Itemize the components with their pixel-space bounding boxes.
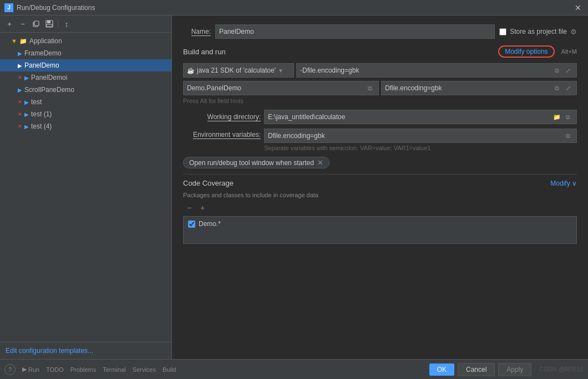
fullscreen-icon[interactable]: ⤢	[563, 83, 573, 93]
sidebar-item-label: PanelDemo	[24, 62, 59, 69]
bottom-actions: OK Cancel Apply	[429, 363, 532, 376]
right-panel: Name: Store as project file ⚙ Build and …	[172, 16, 588, 359]
ok-button[interactable]: OK	[429, 363, 454, 376]
working-dir-input[interactable]: E:\java_untitled\calculatoe 📁 ⧉	[264, 110, 577, 124]
wd-icons: 📁 ⧉	[552, 112, 573, 122]
apply-button[interactable]: Apply	[498, 363, 531, 376]
sdk-select[interactable]: ☕ java 21 SDK of 'calculatoe' ▼	[183, 63, 294, 78]
sidebar-item-framedemo[interactable]: ▶ FrameDemo	[0, 47, 171, 59]
tab-build[interactable]: Build	[163, 366, 176, 373]
sidebar-item-paneldemoi[interactable]: ✕ ▶ PanelDemoi	[0, 71, 171, 84]
app-icon: J	[4, 3, 13, 12]
main-args-value: Dfile.encoding=gbk	[385, 84, 442, 92]
gear-icon[interactable]: ⚙	[570, 28, 577, 36]
sort-button[interactable]: ↕	[60, 18, 73, 30]
sidebar-item-label: test (4)	[31, 122, 52, 130]
main-class-icons: ⧉	[365, 83, 375, 93]
browse-icon[interactable]: ⧉	[365, 83, 375, 93]
main-args-icons: ⧉ ⤢	[552, 83, 573, 93]
add-config-button[interactable]: +	[3, 18, 16, 30]
tab-terminal[interactable]: Terminal	[103, 366, 126, 373]
expand-icon: ▼	[11, 38, 17, 44]
coverage-add-button[interactable]: +	[196, 202, 209, 214]
env-vars-label: Environment variables:	[183, 129, 261, 139]
bottom-tabs: ▶ Run TODO Problems Terminal Services Bu…	[22, 366, 426, 373]
expand-icon[interactable]: ⧉	[552, 65, 562, 75]
name-row: Name: Store as project file ⚙	[183, 24, 577, 39]
main-class-value: Demo.PanelDemo	[187, 84, 241, 92]
svg-rect-1	[34, 21, 39, 25]
save-config-button[interactable]	[43, 18, 55, 30]
expand-icon[interactable]: ⧉	[563, 112, 573, 122]
tag-remove-button[interactable]: ✕	[317, 158, 323, 167]
sidebar-tree: ▼ 📁 Application ▶ FrameDemo ▶ PanelDemo …	[0, 33, 171, 342]
sidebar-item-test[interactable]: ✕ ▶ test	[0, 96, 171, 108]
tab-problems[interactable]: Problems	[70, 366, 96, 373]
title-bar: J Run/Debug Configurations ✕	[0, 0, 588, 16]
services-tab-label: Services	[133, 366, 156, 373]
todo-tab-label: TODO	[46, 366, 64, 373]
coverage-item-checkbox[interactable]	[188, 221, 195, 228]
main-class-row: Demo.PanelDemo ⧉ Dfile.encoding=gbk ⧉ ⤢	[183, 81, 577, 95]
main-args-field[interactable]: Dfile.encoding=gbk ⧉ ⤢	[381, 81, 577, 95]
toolbar-divider	[58, 19, 58, 28]
sdk-args-icons: ⧉ ⤢	[552, 65, 573, 75]
sdk-label: java 21 SDK of 'calculatoe'	[197, 66, 276, 74]
main-class-field[interactable]: Demo.PanelDemo ⧉	[183, 81, 379, 95]
sidebar-item-label: PanelDemoi	[31, 74, 67, 81]
sidebar-item-label: test (1)	[31, 110, 52, 118]
app-icon-selected: ▶	[18, 63, 22, 69]
main-layout: + − ↕ ▼ 📁 App	[0, 16, 588, 359]
sidebar-item-application[interactable]: ▼ 📁 Application	[0, 35, 171, 47]
edit-templates-link[interactable]: Edit configuration templates...	[0, 342, 171, 359]
tag-row: Open run/debug tool window when started …	[183, 157, 577, 168]
app-icon: ▶	[24, 99, 29, 105]
sidebar-item-scrollpanedemo[interactable]: ▶ ScrollPaneDemo	[0, 84, 171, 96]
help-button[interactable]: ?	[4, 364, 16, 375]
env-vars-row: Environment variables: Dfile.encoding=gb…	[183, 129, 577, 151]
title-bar-text: Run/Debug Configurations	[17, 4, 572, 12]
working-dir-label: Working directory:	[183, 113, 261, 121]
sidebar-item-paneldemo[interactable]: ▶ PanelDemo	[0, 59, 171, 71]
env-hint: Separate variables with semicolon: VAR=v…	[264, 145, 577, 151]
sidebar-item-label: FrameDemo	[24, 49, 62, 57]
env-expand-icon[interactable]: ⧉	[563, 131, 573, 141]
coverage-list: Demo.*	[183, 216, 577, 244]
sdk-row: ☕ java 21 SDK of 'calculatoe' ▼ -Dfile.e…	[183, 63, 577, 78]
code-coverage-section: Code Coverage Modify ∨ Packages and clas…	[183, 174, 577, 244]
bottom-bar: ? ▶ Run TODO Problems Terminal Services …	[0, 359, 588, 379]
close-button[interactable]: ✕	[572, 3, 584, 12]
env-vars-input[interactable]: Dfile.encoding=gbk ⧉	[264, 129, 577, 143]
fullscreen-icon[interactable]: ⤢	[563, 65, 573, 75]
cancel-button[interactable]: Cancel	[458, 363, 495, 376]
problems-tab-label: Problems	[70, 366, 96, 373]
sidebar: + − ↕ ▼ 📁 App	[0, 16, 172, 359]
copy-config-button[interactable]	[30, 18, 42, 30]
run-tab-label: Run	[28, 366, 39, 373]
sidebar-item-test4[interactable]: ✕ ▶ test (4)	[0, 120, 171, 132]
folder-browse-icon[interactable]: 📁	[552, 112, 562, 122]
working-dir-row: Working directory: E:\java_untitled\calc…	[183, 110, 577, 124]
store-label: Store as project file	[510, 28, 567, 35]
sidebar-toolbar: + − ↕	[0, 16, 171, 33]
coverage-remove-button[interactable]: −	[183, 202, 195, 214]
store-project-file-checkbox[interactable]	[499, 28, 506, 35]
modify-options-button[interactable]: Modify options	[498, 45, 554, 58]
watermark: CSDN @阿常11	[539, 365, 584, 373]
tab-todo[interactable]: TODO	[46, 366, 64, 373]
name-input[interactable]	[215, 24, 495, 39]
tab-services[interactable]: Services	[133, 366, 156, 373]
svg-rect-4	[47, 24, 52, 27]
coverage-toolbar: − +	[183, 202, 577, 214]
env-vars-value: Dfile.encoding=gbk	[268, 132, 325, 140]
sidebar-item-test1[interactable]: ✕ ▶ test (1)	[0, 108, 171, 120]
expand-icon[interactable]: ⧉	[552, 83, 562, 93]
tab-run[interactable]: ▶ Run	[22, 366, 39, 373]
error-icon: ✕	[18, 99, 22, 105]
remove-config-button[interactable]: −	[17, 18, 29, 30]
sdk-args-field[interactable]: -Dfile.encoding=gbk ⧉ ⤢	[296, 63, 577, 78]
coverage-modify-button[interactable]: Modify ∨	[550, 180, 577, 187]
error-icon: ✕	[18, 124, 22, 129]
run-tab-icon: ▶	[22, 366, 27, 373]
coverage-item-label: Demo.*	[199, 220, 221, 228]
